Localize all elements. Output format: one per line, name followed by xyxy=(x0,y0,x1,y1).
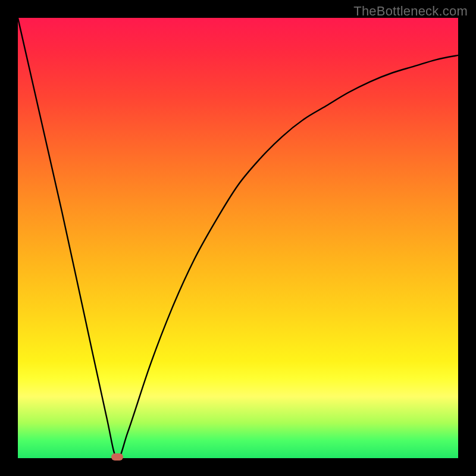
bottleneck-curve xyxy=(18,18,458,458)
attribution-text: TheBottleneck.com xyxy=(353,4,468,19)
plot-area xyxy=(18,18,458,458)
minimum-marker xyxy=(111,453,123,461)
curve-path xyxy=(18,18,458,458)
chart-frame: TheBottleneck.com xyxy=(0,0,476,476)
